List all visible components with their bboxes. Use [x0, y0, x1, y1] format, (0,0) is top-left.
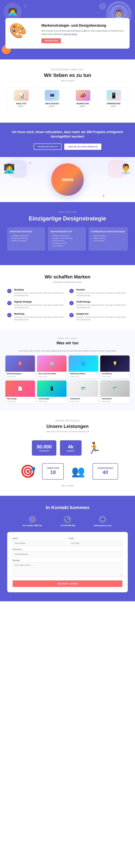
contact-section: In Kontakt kommen 📍 Ihre Straße 2965 Eiw…: [0, 496, 135, 601]
brand-check-0: ✓: [7, 289, 11, 293]
contact-form: Name* Email* Rufnummer Message NACHRICHT…: [7, 532, 128, 592]
brands-grid: ✓ Branding Sample text. Click to select …: [7, 288, 128, 321]
stat-label-projekte: PROJEKTE: [36, 450, 52, 452]
brand-item-desc-1: Sample text. Click to select the text bo…: [76, 292, 128, 297]
name-input[interactable]: [12, 540, 66, 546]
hero-cta-button[interactable]: WEITERLESEN: [41, 38, 61, 43]
brand-check-2: ✓: [7, 301, 11, 305]
form-group-email: Email*: [69, 537, 123, 546]
what-card-item-1-3: Kontaktieren Sie die: [50, 242, 83, 244]
portfolio-label-visitenkarten2: Visitenkarten: [100, 397, 130, 401]
what-cards-container: MARKENSTRATEGIE Vielfältige Marktanalyse…: [7, 227, 128, 251]
what-card-item-1-2: Ausrichtung Ihrer: [50, 240, 83, 242]
submit-button[interactable]: NACHRICHT SENDEN: [12, 580, 123, 587]
what-card-title-1: MARKENIDENTITÄT: [50, 230, 83, 232]
contact-title: In Kontakt kommen: [7, 505, 128, 510]
service-card-webdesign[interactable]: 💻 WEB-DESIGN MEHR >: [38, 87, 66, 110]
what-card-item-1-1: Qualitative Markenelemente: [50, 237, 83, 239]
about-subtitle: dolor um risque: [7, 80, 128, 82]
brand-item-title-5: Sample text: [76, 313, 128, 315]
service-card-marketing[interactable]: 📣 MARKETING MEHR >: [69, 87, 97, 110]
brand-item-content-5: Sample text Sample text. Click to select…: [76, 313, 128, 321]
stats-bottom-row: 🎯 UNSER TEAM 18 👥 AUSZEICHNUNGE 40: [7, 461, 128, 482]
brand-item-grafik: ✓ Grafik-Design Sample text. Click to se…: [69, 301, 128, 309]
whatwedo-title: Einzigartige Designstrategie: [7, 215, 128, 222]
portfolio-item-visitenkarten1[interactable]: 🪪 Visitenkarten Graph Design: [69, 380, 98, 403]
portfolio-type-corporate: Graph Design: [37, 376, 67, 378]
globe-container: 👩‍💻 👨‍💼 www ↗ ♥: [0, 158, 135, 201]
webdesign-illustration: 💻: [45, 90, 59, 101]
service-more-webdesign[interactable]: MEHR >: [40, 105, 64, 107]
brand-item-content-4: Marketing Sample text. Click to select t…: [14, 313, 66, 321]
brand-item-content-1: Drucken Sample text. Click to select the…: [76, 288, 128, 297]
quote-email-button[interactable]: hallo@designemails.com: [34, 144, 62, 150]
brand-item-desc-3: Sample text. Click to select the text bo…: [76, 304, 128, 309]
hero-card-illustration: 🎨: [2, 14, 34, 47]
service-more-analytik[interactable]: MEHR >: [9, 105, 33, 107]
what-card-item-0-0: Vielfältige Marktanalyse: [10, 235, 42, 237]
form-row-message: Message: [12, 559, 123, 577]
message-textarea[interactable]: [12, 562, 123, 577]
brand-item-drucken: ✓ Drucken Sample text. Click to select t…: [69, 288, 128, 297]
whatwedo-label: WAS WIR TUN: [7, 211, 128, 213]
form-group-message: Message: [12, 559, 123, 577]
brand-item-desc-2: Sample text. Click to select the text bo…: [14, 304, 66, 309]
service-card-analytik[interactable]: 📊 ANALYTIK MEHR >: [7, 87, 35, 110]
portfolio-img-webdesign2: 🌐: [69, 355, 98, 372]
stat-box-clients: 4k CLIENTS: [60, 440, 81, 456]
form-row-name-email: Name* Email*: [12, 537, 123, 546]
portfolio-type-visitenkarten2: Graph Design: [100, 401, 130, 403]
contact-info-email: ✉ hallo@agency.com: [87, 516, 119, 527]
portfolio-item-markenkampagnen[interactable]: 🎯 Markenkampagnen Graph Design: [5, 355, 35, 378]
contact-address-value: Ihre Straße 2965 Eiw: [16, 524, 48, 527]
service-name-anwendung: ANWENDUNG: [102, 103, 126, 105]
about-section: EIN BISSCHEN ÜBER UNS Wir lieben es zu t…: [0, 59, 135, 123]
portfolio-item-corporate[interactable]: 🏢 Eine Corporate Identity Graph Design: [37, 355, 67, 378]
what-card-item-0-2: Effektive Ausrichtung: [10, 240, 42, 242]
brand-item-desc-5: Sample text. Click to select the text bo…: [76, 316, 128, 321]
stat-number-projekte: 30.000: [36, 444, 52, 450]
email-input[interactable]: [69, 540, 123, 546]
quote-text: Ich freue mich, Ihnen mitzuteilen, dass …: [9, 130, 126, 139]
stats-label: dolor um risque: [7, 420, 128, 422]
portfolio-type-markenkampagnen: Graph Design: [5, 376, 35, 378]
brands-title: Wir schaffen Marken: [7, 274, 128, 280]
portfolio-item-webdesign2[interactable]: 🌐 Webdesign-Website Graph Design: [69, 355, 98, 378]
service-more-anwendung[interactable]: MEHR >: [102, 105, 126, 107]
portfolio-item-anwendungen[interactable]: 📱 Anwendungen Graph Design: [37, 380, 67, 403]
brand-check-4: ✓: [7, 313, 11, 317]
portfolio-label: dolor um risque: [5, 337, 130, 339]
stat-box-auszeichnung: AUSZEICHNUNGE 40: [93, 463, 118, 479]
contact-info-row: 📍 Ihre Straße 2965 Eiw 📞 +1 (970) 000-00…: [7, 516, 128, 527]
portfolio-item-leucht[interactable]: 💡 Leuchtkasten Graph Design: [100, 355, 130, 378]
what-card-item-2-0: Engel Einstellung: [91, 235, 125, 237]
portfolio-img-visitenkarten1: 🪪: [69, 380, 98, 397]
hero-title: Markenstrategie- und Designberatung: [41, 23, 124, 28]
service-card-anwendung[interactable]: 📱 ANWENDUNG MEHR >: [100, 87, 128, 110]
what-card-item-2-1: Digitale Führung: [91, 237, 125, 239]
brand-item-content-0: Branding Sample text. Click to select th…: [14, 288, 66, 297]
email-icon: ✉: [101, 517, 104, 521]
phone-icon-wrap: 📞: [64, 516, 71, 523]
about-label: EIN BISSCHEN ÜBER UNS: [7, 68, 128, 71]
hero-link[interactable]: dolor um risque: [63, 33, 77, 35]
portfolio-item-flyer[interactable]: 📄 Flyer-Design Graph Design: [5, 380, 35, 403]
brand-check-1: ✓: [69, 289, 74, 293]
stat-number-clients: 4k: [64, 444, 77, 450]
portfolio-label-webdesign2: Webdesign-Website: [69, 372, 98, 376]
phone-input[interactable]: [12, 551, 123, 557]
location-icon-wrap: 📍: [29, 516, 36, 523]
stat-label-clients: CLIENTS: [64, 450, 77, 452]
what-we-do-section: WAS WIR TUN Einzigartige Designstrategie…: [0, 202, 135, 265]
quote-work-button[interactable]: sehen Sie sich unsere Arbeiten an: [64, 144, 101, 150]
service-more-marketing[interactable]: MEHR >: [71, 105, 95, 107]
quote-section: Ich freue mich, Ihnen mitzuteilen, dass …: [0, 123, 135, 157]
brand-item-title-0: Branding: [14, 288, 66, 291]
brand-item-desc-0: Sample text. Click to select the text bo…: [14, 292, 66, 297]
service-name-marketing: MARKETING: [71, 103, 95, 105]
stats-bottom-label: dolor um risque: [7, 485, 128, 487]
portfolio-item-visitenkarten2[interactable]: 🪪 Visitenkarten Graph Design: [100, 380, 130, 403]
what-card-item-1-0: Effektive Positionierung: [50, 235, 83, 237]
brand-check-5: ✓: [69, 313, 74, 317]
brand-item-content-2: Digitale Strategie Sample text. Click to…: [14, 301, 66, 309]
